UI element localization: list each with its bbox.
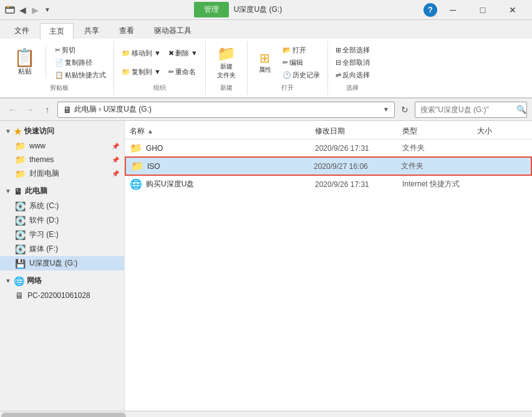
scrollbar-thumb[interactable] [1,413,126,418]
organize-column2: ✖ 删除 ▼ ✏ 重命名 [166,44,200,81]
search-input[interactable] [420,105,514,114]
search-icon[interactable]: 🔍 [516,105,526,114]
copy-path-label: 复制路径 [65,58,92,67]
drive-f-icon: 💽 [15,244,26,254]
help-button[interactable]: ? [423,3,437,17]
open-label: 打开 [293,46,306,55]
tab-file[interactable]: 文件 [5,22,39,39]
delete-button[interactable]: ✖ 删除 ▼ [166,48,200,59]
drive-d-icon: 💽 [15,216,26,226]
network-section: ▼ 🌐 网络 🖥 PC-202001061028 [0,273,124,302]
pin-icon-cover: 📌 [112,170,119,177]
file-date-buy: 2020/9/26 17:31 [315,180,402,189]
move-to-label: 移动到 ▼ [132,49,161,58]
history-button[interactable]: 🕐 历史记录 [280,70,322,80]
sidebar-pc-item[interactable]: 🖥 PC-202001061028 [0,289,124,302]
search-box[interactable]: 🔍 [415,102,527,118]
select-none-icon: ⊟ [336,59,341,67]
select-label: 选择 [346,81,359,92]
sidebar-item-www-label: www [29,141,46,150]
back-button[interactable]: ← [5,102,20,117]
up-button[interactable]: ↑ [40,102,55,117]
sidebar-drive-d[interactable]: 💽 软件 (D:) [0,213,124,228]
manage-tab[interactable]: 管理 [194,2,229,17]
copy-path-icon: 📄 [55,59,64,67]
col-type[interactable]: 类型 [402,126,477,137]
paste-button[interactable]: 📋 粘贴 [10,48,39,77]
edit-button[interactable]: ✏ 编辑 [280,57,322,68]
drive-e-label: 学习 (E:) [29,229,59,240]
file-row-buy[interactable]: 🌐 购买U深度U盘 2020/9/26 17:31 Internet 快捷方式 [125,176,532,193]
tab-view[interactable]: 查看 [110,22,143,39]
select-none-button[interactable]: ⊟ 全部取消 [333,57,372,68]
sidebar-drive-c[interactable]: 💽 系统 (C:) [0,199,124,213]
invert-icon: ⇌ [336,71,341,79]
address-dropdown-icon[interactable]: ▼ [383,106,389,113]
quick-access-label: 快速访问 [24,126,54,137]
paste-shortcut-icon: 📋 [55,71,64,79]
tab-share[interactable]: 共享 [75,22,109,39]
network-label: 网络 [27,276,42,286]
this-pc-header[interactable]: ▼ 🖥 此电脑 [0,183,124,199]
edit-icon: ✏ [283,59,288,67]
col-size[interactable]: 大小 [477,126,527,137]
properties-label: 属性 [259,65,271,74]
dropdown-icon[interactable]: ▼ [42,5,52,15]
file-type-gho: 文件夹 [402,143,477,153]
sidebar-item-themes[interactable]: 📁 themes 📌 [0,153,124,166]
history-icon: 🕐 [283,71,291,79]
minimize-button[interactable]: ─ [438,0,467,20]
sidebar-item-cover[interactable]: 📁 封面电脑 📌 [0,166,124,181]
new-group: 📁 新建文件夹 新建 [206,41,248,95]
open-column-left: ⊞ 属性 [253,44,278,81]
organize-column: 📁 移动到 ▼ 📁 复制到 ▼ [119,44,163,81]
paste-shortcut-button[interactable]: 📋 粘贴快捷方式 [52,70,109,80]
clipboard-items: 📋 粘贴 ✂ 剪切 📄 复制路径 📋 粘贴快捷方式 [10,44,109,81]
sidebar-drive-g[interactable]: 💾 U深度U盘 (G:) [0,256,124,271]
col-date[interactable]: 修改日期 [315,126,402,137]
forward-button[interactable]: → [22,102,37,117]
select-items: ⊞ 全部选择 ⊟ 全部取消 ⇌ 反向选择 [333,44,372,81]
rename-button[interactable]: ✏ 重命名 [166,67,200,77]
back-icon[interactable]: ◀ [17,5,27,15]
address-box[interactable]: 🖥 此电脑 › U深度U盘 (G:) ▼ [57,102,395,118]
file-row-gho[interactable]: 📁 GHO 2020/9/26 17:31 文件夹 [125,140,532,156]
title-bar-center: 管理 U深度U盘 (G:) [52,2,423,17]
pc-icon: 🖥 [15,290,24,300]
sidebar-drive-f[interactable]: 💽 媒体 (F:) [0,242,124,256]
file-type-iso: 文件夹 [401,161,476,171]
window-controls: ? ─ □ ✕ [423,0,527,20]
quick-access-header[interactable]: ▼ ★ 快速访问 [0,123,124,139]
file-row-iso[interactable]: 📁 ISO 2020/9/27 16:06 文件夹 [125,156,532,176]
shortcut-buy-icon: 🌐 [130,178,142,190]
drive-f-label: 媒体 (F:) [29,244,58,254]
forward-icon[interactable]: ▶ [30,5,40,15]
select-column: ⊞ 全部选择 ⊟ 全部取消 ⇌ 反向选择 [333,44,372,81]
drive-g-label: U深度U盘 (G:) [29,258,77,269]
folder-icon-themes: 📁 [15,155,26,165]
paste-label: 粘贴 [18,67,32,76]
move-to-button[interactable]: 📁 移动到 ▼ [119,48,163,59]
file-type-buy: Internet 快捷方式 [402,179,477,189]
copy-path-button[interactable]: 📄 复制路径 [52,57,109,68]
refresh-button[interactable]: ↻ [397,102,412,117]
horizontal-scrollbar[interactable] [0,411,532,417]
maximize-button[interactable]: □ [468,0,497,20]
close-button[interactable]: ✕ [498,0,527,20]
select-all-button[interactable]: ⊞ 全部选择 [333,45,372,55]
cut-button[interactable]: ✂ 剪切 [52,45,109,55]
network-header[interactable]: ▼ 🌐 网络 [0,273,124,289]
properties-button[interactable]: ⊞ 属性 [253,49,278,75]
invert-selection-button[interactable]: ⇌ 反向选择 [333,70,372,80]
open-button[interactable]: 📂 打开 [280,45,322,55]
address-text: 此电脑 › U深度U盘 (G:) [74,104,380,115]
col-name[interactable]: 名称 ▲ [130,126,315,137]
sidebar-item-www[interactable]: 📁 www 📌 [0,139,124,153]
tab-drive-tools[interactable]: 驱动器工具 [145,22,201,39]
sidebar-drive-e[interactable]: 💽 学习 (E:) [0,228,124,242]
copy-to-button[interactable]: 📁 复制到 ▼ [119,67,163,77]
this-pc-expand-icon: ▼ [5,188,11,194]
tab-home[interactable]: 主页 [40,23,74,39]
new-folder-button[interactable]: 📁 新建文件夹 [211,44,242,81]
history-label: 历史记录 [293,70,320,80]
